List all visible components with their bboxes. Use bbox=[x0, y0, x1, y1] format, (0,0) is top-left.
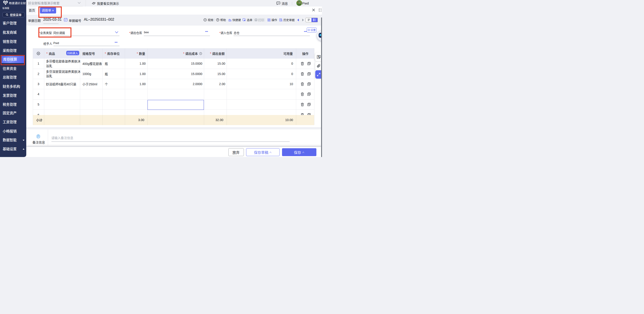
svg-text:草: 草 bbox=[318, 56, 320, 58]
